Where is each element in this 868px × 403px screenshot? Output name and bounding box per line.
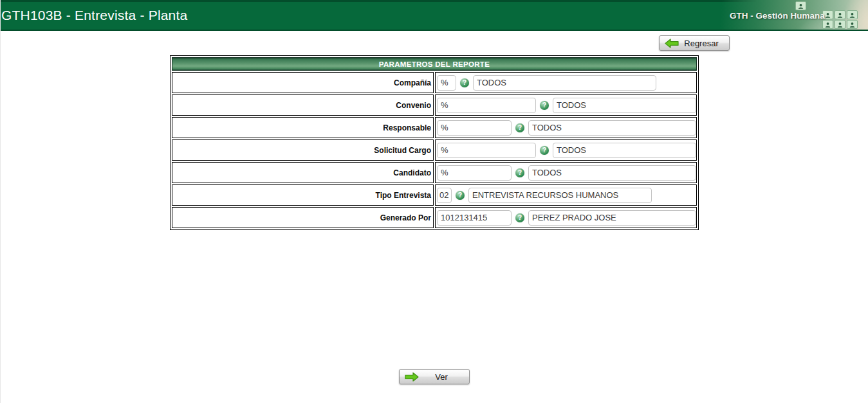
param-row-tipo-entrevista: Tipo Entrevista ? [172,184,697,206]
param-row-convenio: Convenio ? [172,94,697,116]
tipo-entrevista-help-icon[interactable]: ? [456,191,465,200]
param-label-compania: Compañía [172,72,434,93]
param-label-responsable: Responsable [172,117,434,138]
param-row-candidato: Candidato ? [172,162,697,183]
person-tile-icon [835,20,845,29]
solicitud-cargo-code-input[interactable] [437,143,536,158]
generado-por-help-icon[interactable]: ? [515,213,524,222]
app-header: GTH103B - Entrevista - Planta GTH - Gest… [1,0,868,31]
view-button-label: Ver [419,372,464,382]
table-title: PARAMETROS DEL REPORTE [172,57,697,71]
param-label-tipo-entrevista: Tipo Entrevista [172,184,434,206]
param-row-generado-por: Generado Por ? [172,207,697,228]
back-button-label: Regresar [679,39,724,48]
param-row-compania: Compañía ? [172,72,697,93]
candidato-desc-input[interactable] [528,165,696,181]
param-row-solicitud-cargo: Solicitud Cargo ? [172,139,697,161]
convenio-desc-input[interactable] [553,98,696,113]
generado-por-code-input[interactable] [437,210,512,226]
back-button[interactable]: Regresar [659,35,730,51]
person-tile-icon [795,1,806,10]
person-tile-icon [835,10,845,19]
solicitud-cargo-desc-input[interactable] [553,143,696,158]
brand-label: GTH - Gestión Humana [730,11,825,21]
generado-por-desc-input[interactable] [528,210,696,226]
page-title: GTH103B - Entrevista - Planta [1,8,187,23]
brand-image: GTH - Gestión Humana [705,0,868,30]
person-tile-icon [847,10,858,19]
compania-desc-input[interactable] [473,75,656,91]
param-label-convenio: Convenio [172,94,434,116]
candidato-help-icon[interactable]: ? [515,168,524,177]
table-title-row: PARAMETROS DEL REPORTE [172,57,697,71]
back-arrow-icon [665,39,679,48]
compania-help-icon[interactable]: ? [460,78,469,87]
page: GTH103B - Entrevista - Planta GTH - Gest… [0,0,868,403]
convenio-help-icon[interactable]: ? [540,101,549,110]
report-params-table: PARAMETROS DEL REPORTE Compañía ? Conven… [170,55,699,230]
tipo-entrevista-desc-input[interactable] [468,188,652,203]
candidato-code-input[interactable] [437,165,512,181]
view-button[interactable]: Ver [399,369,470,384]
compania-code-input[interactable] [437,75,456,91]
person-tile-icon [847,20,858,29]
param-row-responsable: Responsable ? [172,117,697,138]
param-label-generado-por: Generado Por [172,207,434,228]
tipo-entrevista-code-input[interactable] [437,188,452,203]
param-label-candidato: Candidato [172,162,434,183]
convenio-code-input[interactable] [437,98,536,113]
param-label-solicitud-cargo: Solicitud Cargo [172,139,434,161]
solicitud-cargo-help-icon[interactable]: ? [540,146,549,155]
person-tile-icon [822,20,833,29]
responsable-desc-input[interactable] [528,120,696,136]
responsable-code-input[interactable] [437,120,512,136]
responsable-help-icon[interactable]: ? [515,123,524,132]
view-arrow-icon [405,372,419,382]
